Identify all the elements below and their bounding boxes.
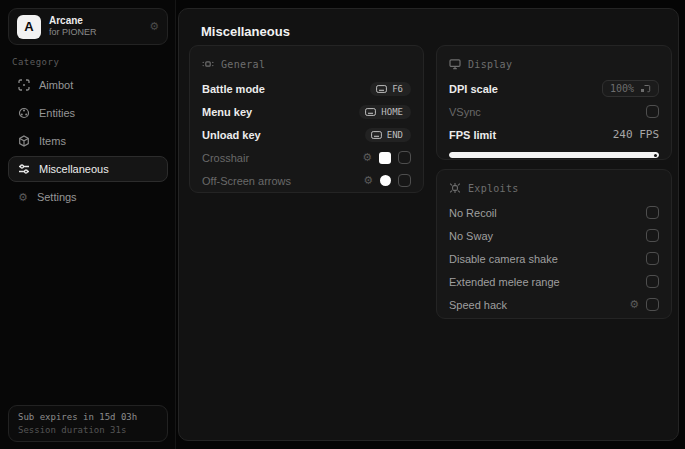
page-title: Miscellaneous <box>201 24 290 39</box>
keyboard-icon <box>371 131 382 139</box>
sidebar-nav: Aimbot Entities Items <box>8 72 168 212</box>
app-logo: A <box>17 15 41 39</box>
setting-row-battle-mode: Battle mode F6 <box>202 77 411 100</box>
panel-general: General Battle mode F6 Menu key <box>189 45 424 193</box>
sidebar-item-label: Entities <box>39 107 75 119</box>
package-icon <box>18 135 30 147</box>
scale-icon <box>640 84 651 94</box>
setting-row-menu-key: Menu key HOME <box>202 100 411 123</box>
brand-header: A Arcane for PIONER ⚙ <box>8 8 168 45</box>
fps-limit-slider[interactable] <box>449 152 659 158</box>
monitor-icon <box>449 58 461 70</box>
sidebar-item-settings[interactable]: ⚙ Settings <box>8 184 168 210</box>
setting-row-unload-key: Unload key END <box>202 123 411 146</box>
subscription-status: Sub expires in 15d 03h Session duration … <box>8 405 168 442</box>
panel-title: Display <box>468 59 512 70</box>
sidebar-item-label: Items <box>39 135 66 147</box>
no-recoil-checkbox[interactable] <box>646 206 659 219</box>
keybind-menu-key[interactable]: HOME <box>359 105 411 119</box>
speed-hack-checkbox[interactable] <box>646 298 659 311</box>
sidebar-item-entities[interactable]: Entities <box>8 100 168 126</box>
sliders-icon <box>18 163 30 175</box>
slider-fill <box>449 152 659 158</box>
keyboard-icon <box>365 108 376 116</box>
color-swatch[interactable] <box>379 152 391 164</box>
panel-title: Exploits <box>468 183 519 194</box>
sub-expiry-text: Sub expires in 15d 03h <box>18 411 158 424</box>
setting-row-no-recoil: No Recoil <box>449 201 659 224</box>
setting-row-disable-camera-shake: Disable camera shake <box>449 247 659 270</box>
setting-row-no-sway: No Sway <box>449 224 659 247</box>
gear-icon[interactable]: ⚙ <box>362 152 372 163</box>
app-subtitle: for PIONER <box>49 27 141 38</box>
disable-camera-shake-checkbox[interactable] <box>646 252 659 265</box>
setting-row-speed-hack: Speed hack ⚙ <box>449 293 659 316</box>
sidebar: A Arcane for PIONER ⚙ Category Aimbot <box>0 0 176 449</box>
setting-row-dpi-scale: DPI scale 100% <box>449 77 659 100</box>
scan-icon <box>18 79 30 91</box>
gear-icon[interactable]: ⚙ <box>629 299 639 310</box>
sidebar-item-aimbot[interactable]: Aimbot <box>8 72 168 98</box>
setting-row-fps-limit: FPS limit 240 FPS <box>449 123 659 146</box>
keyboard-icon <box>376 85 387 93</box>
bug-icon <box>449 182 461 194</box>
gear-icon[interactable]: ⚙ <box>149 21 159 32</box>
dpi-scale-select[interactable]: 100% <box>602 80 659 97</box>
list-icon <box>202 58 214 70</box>
keybind-unload-key[interactable]: END <box>365 128 411 142</box>
sidebar-item-label: Miscellaneous <box>39 163 109 175</box>
slider-thumb[interactable] <box>654 154 657 157</box>
app-window: A Arcane for PIONER ⚙ Category Aimbot <box>0 0 685 449</box>
extended-melee-range-checkbox[interactable] <box>646 275 659 288</box>
panel-title: General <box>221 59 265 70</box>
color-swatch[interactable] <box>380 175 391 186</box>
crosshair-checkbox[interactable] <box>398 151 411 164</box>
main-card: Miscellaneous General Battle mode <box>178 8 679 441</box>
gear-icon[interactable]: ⚙ <box>363 175 373 186</box>
entities-icon <box>18 107 30 119</box>
sidebar-item-miscellaneous[interactable]: Miscellaneous <box>8 156 168 182</box>
panel-exploits: Exploits No Recoil No Sway Disable camer… <box>436 169 672 319</box>
gear-icon: ⚙ <box>18 192 28 203</box>
sidebar-item-label: Settings <box>37 191 77 203</box>
vsync-checkbox[interactable] <box>646 105 659 118</box>
category-label: Category <box>12 57 59 67</box>
sidebar-item-items[interactable]: Items <box>8 128 168 154</box>
keybind-battle-mode[interactable]: F6 <box>370 82 411 96</box>
panel-display: Display DPI scale 100% VSync FPS limit <box>436 45 672 160</box>
setting-row-extended-melee-range: Extended melee range <box>449 270 659 293</box>
session-duration-text: Session duration 31s <box>18 424 158 437</box>
offscreen-arrows-checkbox[interactable] <box>398 174 411 187</box>
fps-limit-value: 240 FPS <box>613 128 659 141</box>
setting-row-crosshair: Crosshair ⚙ <box>202 146 411 169</box>
no-sway-checkbox[interactable] <box>646 229 659 242</box>
app-name: Arcane <box>49 15 141 28</box>
setting-row-vsync: VSync <box>449 100 659 123</box>
sidebar-item-label: Aimbot <box>39 79 73 91</box>
setting-row-offscreen-arrows: Off-Screen arrows ⚙ <box>202 169 411 192</box>
